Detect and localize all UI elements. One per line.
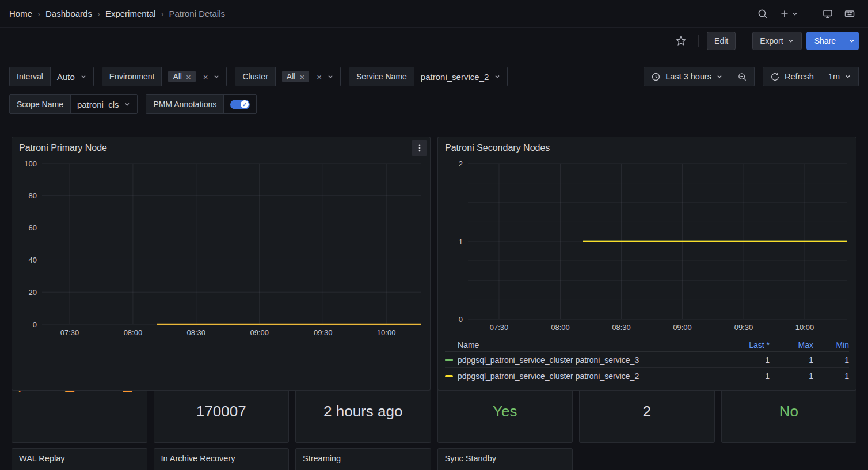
patroni-primary-chart[interactable]: 02040608010007:3008:0008:3009:0009:3010:… [17,159,425,389]
cluster-filter: Cluster All × × [235,67,340,86]
chevron-down-icon [494,73,501,80]
interval-filter: Interval Auto [9,67,94,86]
svg-text:0: 0 [33,320,37,329]
chevron-down-icon [327,73,334,80]
add-new-button[interactable] [775,5,802,23]
clock-icon [651,72,661,82]
stat-title-row: WAL Replay [12,449,147,463]
service-name-select[interactable]: patroni_service_2 [414,67,507,86]
svg-text:2: 2 [459,160,463,168]
scope-name-filter: Scope Name patroni_cls [9,94,138,114]
pmm-annotations-label: PMM Annotations [146,95,224,113]
time-range-value: Last 3 hours [665,72,711,81]
legend-row[interactable]: pdpgsql_patroni_service_cluster patroni_… [445,352,849,368]
legend-max-value: 1 [770,355,813,365]
svg-text:100: 100 [24,160,37,168]
breadcrumb-home[interactable]: Home [9,9,32,18]
panel-title[interactable]: Patroni Secondary Nodes [445,143,550,153]
legend-col-name[interactable]: Name [445,340,726,350]
timeseries-plot[interactable]: 02040608010007:3008:0008:3009:0009:3010:… [17,159,425,339]
scope-name-select[interactable]: patroni_cls [71,95,138,113]
panel-menu-button[interactable] [412,140,427,156]
stat-title-row: Sync Standby [438,449,573,463]
chevron-down-icon [844,73,851,80]
legend-min-value: 1 [813,372,849,381]
remove-value-icon[interactable]: × [186,73,191,81]
svg-text:40: 40 [29,256,37,264]
breadcrumb-current-page: Patroni Details [169,9,225,18]
svg-text:09:30: 09:30 [314,328,333,337]
clear-all-icon[interactable]: × [317,73,322,81]
stat-title: WAL Replay [19,454,65,463]
svg-text:09:00: 09:00 [250,328,269,337]
pmm-annotations-control: PMM Annotations ✓ [146,94,257,114]
cluster-select[interactable]: All × × [276,67,340,86]
legend-min-value: 1 [813,355,849,365]
zoom-out-time-button[interactable] [730,67,754,86]
patroni-secondary-chart[interactable]: 01207:3008:0008:3009:0009:3010:00 [443,159,851,336]
legend-series-name[interactable]: pdpgsql_patroni_service_cluster patroni_… [445,355,726,365]
panel-header[interactable]: Patroni Primary Node [12,137,430,159]
export-button[interactable]: Export [752,32,801,50]
breadcrumb-experimental[interactable]: Experimental [105,9,156,18]
legend-header: NameLast *MaxMin [445,338,849,352]
toolbar-divider [698,35,699,47]
svg-text:80: 80 [29,191,37,200]
dashboard-toolbar: Edit Export Share [0,28,868,54]
kiosk-mode-button[interactable] [818,5,837,23]
environment-value-chip[interactable]: All × [168,71,195,82]
legend-series-name[interactable]: pdpgsql_patroni_service_cluster patroni_… [445,372,726,381]
clear-all-icon[interactable]: × [203,73,208,81]
svg-text:0: 0 [459,315,463,324]
share-menu-button[interactable] [844,32,859,50]
interval-select[interactable]: Auto [51,67,93,86]
stat-value: Yes [438,384,573,442]
svg-text:60: 60 [29,223,37,232]
series-color-dash-icon [445,375,453,377]
panel-title[interactable]: Patroni Primary Node [19,143,107,153]
refresh-interval-value: 1m [828,72,840,81]
interval-selected-value: Auto [57,72,75,82]
export-button-label: Export [760,36,783,46]
legend-row[interactable]: pdpgsql_patroni_service_cluster patroni_… [445,368,849,384]
breadcrumb-separator: › [97,9,100,18]
share-button[interactable]: Share [806,32,844,50]
favorite-button[interactable] [672,32,690,50]
remove-value-icon[interactable]: × [299,73,304,81]
refresh-button[interactable]: Refresh [763,67,821,86]
legend-last-value: 1 [726,355,770,365]
stat-panel-in-archive-recovery[interactable]: In Archive Recovery [154,448,290,470]
refresh-interval-select[interactable]: 1m [821,67,858,86]
filter-row-2: Scope Name patroni_cls PMM Annotations ✓ [9,94,859,114]
series-color-dash-icon [445,359,453,361]
cluster-selected-value: All [287,72,296,81]
breadcrumb: Home › Dashboards › Experimental › Patro… [9,9,225,18]
stat-panel-sync-standby[interactable]: Sync Standby [437,448,573,470]
cluster-value-chip[interactable]: All × [282,71,309,82]
time-range-picker[interactable]: Last 3 hours [644,67,730,86]
search-button[interactable] [753,5,772,23]
breadcrumb-dashboards[interactable]: Dashboards [45,9,92,18]
breadcrumb-separator: › [161,9,163,18]
svg-text:09:30: 09:30 [734,323,753,332]
top-nav: Home › Dashboards › Experimental › Patro… [0,0,868,28]
service-name-filter: Service Name patroni_service_2 [349,67,508,86]
stat-title: Streaming [303,454,341,463]
cluster-filter-label: Cluster [235,67,275,86]
chevron-down-icon [848,37,855,44]
stat-panel-streaming[interactable]: Streaming [295,448,431,470]
star-icon [675,35,687,47]
legend-col-min[interactable]: Min [813,340,849,350]
edit-button[interactable]: Edit [707,32,736,50]
keyboard-shortcuts-button[interactable] [840,5,859,23]
legend-last-value: 1 [726,372,770,381]
timeseries-plot[interactable]: 01207:3008:0008:3009:0009:3010:00 [443,159,851,334]
environment-select[interactable]: All × × [162,67,226,86]
pmm-annotations-toggle[interactable]: ✓ [230,100,250,109]
svg-text:08:30: 08:30 [612,323,631,332]
legend-col-max[interactable]: Max [770,340,813,350]
legend-col-last[interactable]: Last * [726,340,770,350]
panel-header[interactable]: Patroni Secondary Nodes [438,137,856,159]
chevron-down-icon [716,73,723,80]
stat-panel-wal-replay[interactable]: WAL Replay [12,448,147,470]
